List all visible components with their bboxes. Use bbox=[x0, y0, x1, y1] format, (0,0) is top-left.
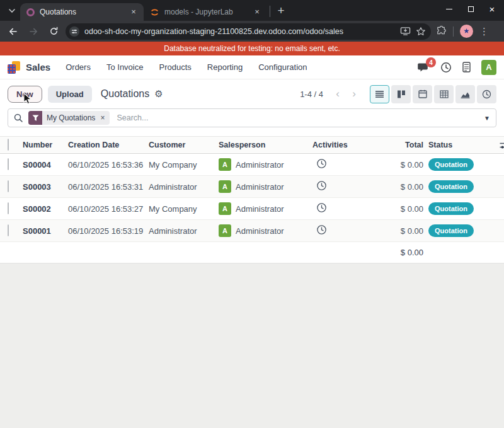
app-name[interactable]: Sales bbox=[26, 62, 50, 72]
tab-close-icon[interactable]: × bbox=[129, 7, 139, 17]
browser-tab-jupyterlab[interactable]: models - JupyterLab × bbox=[144, 3, 267, 21]
quotation-row[interactable]: S00001 06/10/2025 16:53:19 Administrator… bbox=[0, 220, 504, 242]
calculator-icon bbox=[462, 62, 471, 72]
view-pivot-button[interactable] bbox=[434, 85, 454, 103]
status-badge: Quotation bbox=[428, 180, 474, 193]
header-status[interactable]: Status bbox=[423, 141, 499, 149]
profile-avatar[interactable] bbox=[460, 25, 473, 38]
new-tab-button[interactable]: + bbox=[273, 3, 289, 19]
search-input[interactable]: Search... bbox=[117, 113, 148, 122]
activity-cell[interactable] bbox=[312, 202, 365, 215]
pager-previous-button[interactable]: ‹ bbox=[329, 86, 346, 102]
toolbar-divider bbox=[453, 26, 454, 37]
optional-columns-button[interactable] bbox=[499, 141, 504, 150]
tab-close-icon[interactable]: × bbox=[252, 7, 262, 17]
sales-app-icon[interactable] bbox=[8, 61, 20, 74]
back-button[interactable] bbox=[5, 23, 21, 40]
view-activity-button[interactable] bbox=[477, 85, 496, 103]
calculator-button[interactable] bbox=[462, 62, 471, 72]
view-kanban-button[interactable] bbox=[391, 85, 411, 103]
chevron-down-icon bbox=[8, 7, 16, 14]
window-close-icon[interactable]: × bbox=[486, 3, 498, 14]
salesperson-avatar: A bbox=[219, 158, 231, 171]
list-body: S00004 06/10/2025 16:53:36 My Company A … bbox=[0, 154, 504, 242]
quotation-row[interactable]: S00004 06/10/2025 16:53:36 My Company A … bbox=[0, 154, 504, 176]
page-title: Quotations bbox=[101, 88, 149, 100]
activity-cell[interactable] bbox=[312, 180, 365, 193]
site-info-icon[interactable] bbox=[69, 26, 79, 37]
upload-button[interactable]: Upload bbox=[48, 86, 92, 103]
total-amount: $ 0.00 bbox=[365, 182, 423, 192]
toolbar-right: ⋮ bbox=[436, 25, 489, 38]
creation-date: 06/10/2025 16:53:31 bbox=[68, 182, 149, 192]
tab-search-button[interactable] bbox=[4, 3, 20, 19]
user-avatar[interactable]: A bbox=[481, 60, 496, 75]
browser-toolbar: odoo-sh-doc-my-organization-staging-2110… bbox=[0, 21, 504, 42]
activities-button[interactable] bbox=[440, 62, 452, 73]
view-list-button[interactable] bbox=[370, 85, 389, 103]
salesperson-avatar: A bbox=[219, 202, 231, 215]
browser-tab-quotations[interactable]: Quotations × bbox=[20, 3, 144, 21]
row-checkbox[interactable] bbox=[8, 224, 9, 236]
header-customer[interactable]: Customer bbox=[149, 141, 219, 149]
salesperson-cell: A Administrator bbox=[219, 202, 312, 215]
salesperson-name: Administrator bbox=[236, 182, 284, 192]
url-bar[interactable]: odoo-sh-doc-my-organization-staging-2110… bbox=[66, 23, 431, 40]
minimize-icon[interactable] bbox=[444, 3, 455, 14]
row-checkbox[interactable] bbox=[8, 180, 9, 192]
quotation-row[interactable]: S00003 06/10/2025 16:53:31 Administrator… bbox=[0, 176, 504, 198]
menu-configuration[interactable]: Configuration bbox=[258, 62, 307, 72]
view-calendar-button[interactable] bbox=[413, 85, 432, 103]
quotation-row[interactable]: S00002 06/10/2025 16:53:27 My Company A … bbox=[0, 198, 504, 220]
maximize-icon[interactable] bbox=[465, 3, 476, 14]
install-app-icon[interactable] bbox=[400, 26, 411, 36]
header-number[interactable]: Number bbox=[23, 141, 68, 149]
filter-remove-icon[interactable]: × bbox=[100, 113, 110, 122]
header-creation-date[interactable]: Creation Date bbox=[68, 141, 149, 149]
quotation-number: S00002 bbox=[23, 204, 68, 214]
menu-products[interactable]: Products bbox=[159, 62, 191, 72]
customer-name: My Company bbox=[149, 160, 219, 170]
search-dropdown-caret-icon[interactable]: ▼ bbox=[484, 115, 490, 122]
row-checkbox[interactable] bbox=[8, 202, 9, 214]
activity-cell[interactable] bbox=[312, 224, 365, 237]
customer-name: Administrator bbox=[149, 182, 219, 192]
filter-funnel-icon bbox=[28, 111, 42, 125]
control-panel: New Upload Quotations ⚙ 1-4 / 4 ‹ › bbox=[0, 79, 504, 108]
bookmark-star-icon[interactable] bbox=[416, 26, 426, 37]
row-checkbox[interactable] bbox=[8, 158, 9, 170]
salesperson-avatar: A bbox=[219, 224, 231, 237]
search-bar[interactable]: My Quotations × Search... ▼ bbox=[8, 108, 496, 127]
favorites-gear-icon[interactable]: ⚙ bbox=[154, 88, 163, 100]
activity-cell[interactable] bbox=[312, 158, 365, 171]
odoo-navbar: Sales OrdersTo InvoiceProductsReportingC… bbox=[0, 55, 504, 79]
header-activities[interactable]: Activities bbox=[312, 141, 365, 149]
activity-clock-icon bbox=[316, 158, 327, 169]
status-badge: Quotation bbox=[428, 202, 474, 215]
filter-label: My Quotations bbox=[42, 113, 100, 122]
messages-button[interactable]: 4 bbox=[417, 62, 430, 72]
pager-next-button[interactable]: › bbox=[346, 86, 362, 102]
status-cell: Quotation bbox=[423, 202, 499, 215]
quotation-number: S00003 bbox=[23, 182, 68, 192]
menu-orders[interactable]: Orders bbox=[66, 62, 91, 72]
extensions-puzzle-icon[interactable] bbox=[436, 26, 447, 37]
header-total[interactable]: Total bbox=[365, 141, 423, 149]
status-badge: Quotation bbox=[428, 224, 474, 237]
header-salesperson[interactable]: Salesperson bbox=[219, 141, 312, 149]
new-button[interactable]: New bbox=[8, 86, 42, 103]
view-switcher bbox=[370, 85, 496, 103]
filter-chip-my-quotations[interactable]: My Quotations × bbox=[28, 111, 110, 125]
forward-button[interactable] bbox=[25, 23, 42, 40]
browser-menu-icon[interactable]: ⋮ bbox=[479, 26, 489, 37]
total-amount: $ 0.00 bbox=[365, 160, 423, 170]
pivot-view-icon bbox=[440, 90, 449, 98]
url-text[interactable]: odoo-sh-doc-my-organization-staging-2110… bbox=[84, 27, 395, 36]
select-all-checkbox[interactable] bbox=[8, 139, 9, 151]
menu-reporting[interactable]: Reporting bbox=[207, 62, 243, 72]
view-graph-button[interactable] bbox=[455, 85, 475, 103]
creation-date: 06/10/2025 16:53:36 bbox=[68, 160, 149, 170]
menu-to-invoice[interactable]: To Invoice bbox=[106, 62, 144, 72]
reload-button[interactable] bbox=[45, 23, 62, 40]
browser-tab-bar: Quotations × models - JupyterLab × + × bbox=[0, 0, 504, 21]
